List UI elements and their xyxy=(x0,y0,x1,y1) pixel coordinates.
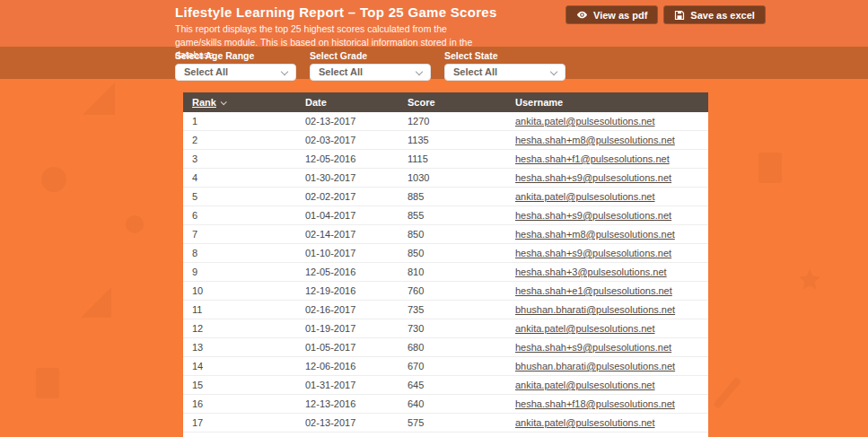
table-row: 1501-31-2017645ankita.patel@pulsesolutio… xyxy=(183,376,708,395)
filter-select-age-range[interactable]: Select All xyxy=(175,64,296,81)
table-row: 1201-19-2017730ankita.patel@pulsesolutio… xyxy=(183,319,708,338)
table-row: 502-02-2017885ankita.patel@pulsesolution… xyxy=(183,188,708,206)
table-row: 1612-13-2016640hesha.shah+f18@pulsesolut… xyxy=(183,395,708,414)
cell-rank: 5 xyxy=(183,188,296,205)
cell-username: hesha.shah+m8@pulsesolutions.net xyxy=(506,225,708,243)
cell-rank: 4 xyxy=(183,169,296,187)
column-label: Rank xyxy=(192,92,216,112)
cell-username: hesha.shah+s9@pulsesolutions.net xyxy=(506,244,708,262)
cell-username: ankita.patel@pulsesolutions.net xyxy=(506,376,708,394)
username-link[interactable]: hesha.shah+f1@pulsesolutions.net xyxy=(515,153,670,164)
cell-date: 12-06-2016 xyxy=(296,357,399,375)
table-row: 1412-06-2016670bhushan.bharati@pulsesolu… xyxy=(183,357,708,376)
username-link[interactable]: hesha.shah+s9@pulsesolutions.net xyxy=(515,342,671,353)
cell-date: 12-05-2016 xyxy=(296,150,399,168)
cell-score: 730 xyxy=(399,319,506,337)
cell-score: 1030 xyxy=(399,169,506,187)
save-as-excel-label: Save as excel xyxy=(690,10,755,21)
username-link[interactable]: ankita.patel@pulsesolutions.net xyxy=(515,417,655,428)
cell-username: hesha.shah+s9@pulsesolutions.net xyxy=(506,338,708,356)
save-icon xyxy=(674,10,685,21)
cell-score: 1270 xyxy=(399,112,506,130)
username-link[interactable]: hesha.shah+3@pulsesolutions.net xyxy=(515,267,667,277)
cell-score: 850 xyxy=(399,244,506,262)
cell-rank: 13 xyxy=(183,338,296,356)
username-link[interactable]: hesha.shah+e1@pulsesolutions.net xyxy=(515,285,672,296)
select-value: Select All xyxy=(319,66,363,77)
table-header-row: RankDateScoreUsername xyxy=(183,92,708,112)
cell-username: ankita.patel@pulsesolutions.net xyxy=(506,319,708,337)
chevron-down-icon xyxy=(281,68,288,75)
cell-date: 01-05-2017 xyxy=(296,338,399,356)
column-label: Date xyxy=(305,92,327,112)
username-link[interactable]: ankita.patel@pulsesolutions.net xyxy=(515,380,655,390)
cell-rank: 6 xyxy=(183,206,296,224)
table-row: 702-14-2017850hesha.shah+m8@pulsesolutio… xyxy=(183,225,708,244)
cell-rank: 2 xyxy=(183,131,296,149)
cell-username: hesha.shah+3@pulsesolutions.net xyxy=(506,263,708,281)
cell-date: 01-31-2017 xyxy=(296,376,399,394)
cell-username: hesha.shah+s9@pulsesolutions.net xyxy=(506,206,708,224)
cell-username: bhushan.bharati@pulsesolutions.net xyxy=(506,301,708,319)
cell-date: 12-19-2016 xyxy=(296,282,399,300)
cell-score: 1115 xyxy=(399,150,506,168)
cell-date: 02-13-2017 xyxy=(296,414,399,432)
cell-score: 760 xyxy=(399,282,506,300)
cell-rank: 10 xyxy=(183,282,296,300)
column-header-date[interactable]: Date xyxy=(296,92,399,112)
report-header: Lifestyle Learning Report – Top 25 Game … xyxy=(0,0,868,47)
username-link[interactable]: hesha.shah+s9@pulsesolutions.net xyxy=(515,248,671,258)
table-row: 102-13-20171270ankita.patel@pulsesolutio… xyxy=(183,112,708,131)
username-link[interactable]: hesha.shah+m8@pulsesolutions.net xyxy=(515,135,675,145)
column-label: Score xyxy=(408,92,435,112)
username-link[interactable]: bhushan.bharati@pulsesolutions.net xyxy=(515,304,675,315)
username-link[interactable]: bhushan.bharati@pulsesolutions.net xyxy=(515,361,675,371)
cell-rank: 9 xyxy=(183,263,296,281)
cell-score: 1135 xyxy=(399,131,506,149)
table-body: 102-13-20171270ankita.patel@pulsesolutio… xyxy=(183,112,708,437)
eye-icon xyxy=(576,9,588,21)
save-as-excel-button[interactable]: Save as excel xyxy=(663,5,766,24)
username-link[interactable]: hesha.shah+s9@pulsesolutions.net xyxy=(515,172,671,183)
filter-select-grade[interactable]: Select All xyxy=(310,64,431,81)
cell-rank: 17 xyxy=(183,414,296,432)
table-row: 601-04-2017855hesha.shah+s9@pulsesolutio… xyxy=(183,206,708,225)
cell-rank: 3 xyxy=(183,150,296,168)
username-link[interactable]: hesha.shah+f18@pulsesolutions.net xyxy=(515,398,675,409)
cell-date: 02-16-2017 xyxy=(296,301,399,319)
username-link[interactable]: hesha.shah+s9@pulsesolutions.net xyxy=(515,210,671,221)
cell-username: hesha.shah+e1@pulsesolutions.net xyxy=(506,282,708,300)
cell-username: hesha.shah+s9@pulsesolutions.net xyxy=(506,169,708,187)
table-row: 202-03-20171135hesha.shah+m8@pulsesoluti… xyxy=(183,131,708,150)
cell-score: 575 xyxy=(399,414,506,432)
table-row: 312-05-20161115hesha.shah+f1@pulsesoluti… xyxy=(183,150,708,169)
view-as-pdf-label: View as pdf xyxy=(593,10,647,21)
column-header-rank[interactable]: Rank xyxy=(183,92,296,112)
table-row: 1301-05-2017680hesha.shah+s9@pulsesoluti… xyxy=(183,338,708,357)
select-value: Select All xyxy=(184,66,228,77)
column-header-username[interactable]: Username xyxy=(506,92,708,112)
chevron-down-icon xyxy=(550,68,557,75)
select-value: Select All xyxy=(453,66,497,77)
column-header-score[interactable]: Score xyxy=(399,92,506,112)
username-link[interactable]: ankita.patel@pulsesolutions.net xyxy=(515,191,655,202)
cell-date: 02-03-2017 xyxy=(296,131,399,149)
view-as-pdf-button[interactable]: View as pdf xyxy=(566,5,658,24)
filter-select-state[interactable]: Select All xyxy=(444,64,566,81)
cell-date: 01-10-2017 xyxy=(296,244,399,262)
cell-rank: 11 xyxy=(183,301,296,319)
username-link[interactable]: hesha.shah+m8@pulsesolutions.net xyxy=(515,229,675,240)
main-content: RankDateScoreUsername 102-13-20171270ank… xyxy=(0,79,868,437)
username-link[interactable]: ankita.patel@pulsesolutions.net xyxy=(515,116,655,127)
cell-date: 02-02-2017 xyxy=(296,188,399,205)
table-row: 801-10-2017850hesha.shah+s9@pulsesolutio… xyxy=(183,244,708,263)
cell-username: hesha.shah+f18@pulsesolutions.net xyxy=(506,395,708,413)
cell-date: 12-13-2016 xyxy=(296,395,399,413)
cell-username: ankita.patel@pulsesolutions.net xyxy=(506,188,708,205)
scores-table: RankDateScoreUsername 102-13-20171270ank… xyxy=(183,92,708,437)
cell-score: 855 xyxy=(399,206,506,224)
username-link[interactable]: ankita.patel@pulsesolutions.net xyxy=(515,323,655,334)
cell-date: 02-13-2017 xyxy=(296,112,399,130)
header-actions: View as pdf Save as excel xyxy=(566,5,766,24)
table-row-partial xyxy=(183,433,708,437)
